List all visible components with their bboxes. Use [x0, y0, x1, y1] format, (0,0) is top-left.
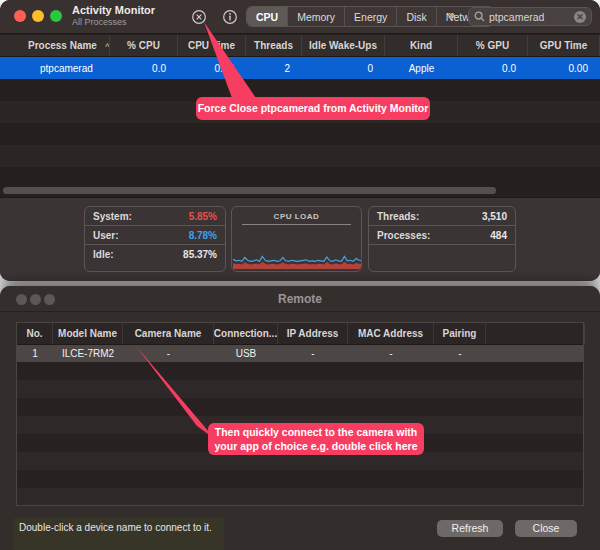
window-subtitle: All Processes — [72, 17, 155, 28]
cpu-load-graph-box: CPU LOAD — [231, 206, 362, 272]
cell-ip-address: - — [278, 345, 348, 362]
cpu-load-sparkline — [233, 247, 362, 269]
toolbar-overflow-chevron-icon[interactable]: » — [448, 7, 453, 22]
cpu-load-title: CPU LOAD — [232, 212, 361, 221]
system-value: 5.85% — [189, 211, 217, 222]
remote-titlebar: Remote — [0, 286, 600, 312]
cell-gpu: 0.0 — [458, 57, 528, 79]
column-header-camera-name[interactable]: Camera Name — [123, 323, 214, 344]
cell-cpu: 0.0 — [110, 57, 178, 79]
cell-mac-address: - — [348, 345, 434, 362]
cell-gpu-time: 0.00 — [528, 57, 600, 79]
window-title: Activity Monitor — [72, 4, 155, 17]
process-row-ptpcamerad[interactable]: ptpcamerad 0.0 0.08 2 0 Apple 0.0 0.00 — [0, 57, 600, 79]
cell-process-name: ptpcamerad — [0, 57, 110, 79]
column-header-idle-wake-ups[interactable]: Idle Wake-Ups — [302, 35, 385, 56]
callout-line2: your app of choice e.g. double click her… — [208, 439, 424, 453]
column-header-kind[interactable]: Kind — [385, 35, 458, 56]
idle-value: 85.37% — [183, 249, 217, 260]
threads-value: 3,510 — [482, 211, 507, 222]
idle-label: Idle: — [93, 249, 114, 260]
user-stat-row: User: 8.78% — [85, 226, 225, 245]
process-table-header: Process Name ˄ % CPU CPU Time Threads Id… — [0, 35, 600, 57]
view-segmented-control: CPU Memory Energy Disk Network — [246, 6, 494, 27]
column-label: Process Name — [28, 40, 97, 51]
processes-stat-row: Processes: 484 — [369, 226, 515, 245]
cpu-percent-box: System: 5.85% User: 8.78% Idle: 85.37% — [84, 206, 226, 272]
column-header-connection[interactable]: Connection... — [214, 323, 278, 344]
column-header-gpu[interactable]: % GPU — [458, 35, 528, 56]
user-label: User: — [93, 230, 119, 241]
column-header-no[interactable]: No. — [17, 323, 53, 344]
refresh-button[interactable]: Refresh — [437, 520, 503, 537]
minimize-window-button[interactable] — [32, 10, 44, 22]
column-header-ip-address[interactable]: IP Address — [278, 323, 348, 344]
horizontal-scrollbar-thumb[interactable] — [3, 187, 496, 194]
cell-camera-name: - — [123, 345, 214, 362]
close-button[interactable]: Close — [515, 520, 577, 537]
user-value: 8.78% — [189, 230, 217, 241]
tab-cpu[interactable]: CPU — [247, 7, 288, 26]
tab-disk[interactable]: Disk — [397, 7, 436, 26]
stop-x-icon — [191, 9, 207, 25]
info-icon — [222, 9, 238, 25]
hint-text: Double-click a device name to connect to… — [14, 518, 224, 550]
threads-label: Threads: — [377, 211, 419, 222]
device-row-ilce-7rm2[interactable]: 1 ILCE-7RM2 - USB - - - — [17, 345, 583, 362]
activity-monitor-toolbar: Activity Monitor All Processes CPU Memor… — [0, 0, 600, 34]
sort-ascending-icon: ˄ — [105, 41, 110, 50]
threads-processes-box: Threads: 3,510 Processes: 484 — [368, 206, 516, 272]
cell-model-name: ILCE-7RM2 — [53, 345, 123, 362]
close-window-button[interactable] — [14, 10, 26, 22]
processes-value: 484 — [490, 230, 507, 241]
activity-monitor-window: Activity Monitor All Processes CPU Memor… — [0, 0, 600, 281]
tab-energy[interactable]: Energy — [345, 7, 397, 26]
cell-cpu-time: 0.08 — [178, 57, 246, 79]
device-table-header: No. Model Name Camera Name Connection...… — [17, 323, 583, 345]
system-label: System: — [93, 211, 132, 222]
cell-no: 1 — [17, 345, 53, 362]
column-header-cpu[interactable]: % CPU — [110, 35, 178, 56]
column-header-pairing[interactable]: Pairing — [434, 323, 486, 344]
callout-force-close: Force Close ptpcamerad from Activity Mon… — [196, 97, 430, 120]
callout-connect-camera: Then quickly connect to the camera with … — [208, 423, 424, 455]
clear-search-button[interactable]: ✕ — [574, 11, 586, 23]
column-header-cpu-time[interactable]: CPU Time — [178, 35, 246, 56]
cpu-summary-footer: System: 5.85% User: 8.78% Idle: 85.37% C… — [0, 197, 600, 281]
column-header-model-name[interactable]: Model Name — [53, 323, 123, 344]
search-field[interactable]: ptpcamerad ✕ — [468, 7, 592, 26]
column-header-threads[interactable]: Threads — [246, 35, 302, 56]
cell-connection: USB — [214, 345, 278, 362]
remote-window-title: Remote — [0, 292, 600, 306]
window-title-block: Activity Monitor All Processes — [72, 4, 155, 28]
process-table-empty-rows — [0, 79, 600, 187]
column-header-spacer — [486, 323, 585, 344]
tab-memory[interactable]: Memory — [288, 7, 345, 26]
zoom-window-button[interactable] — [50, 10, 62, 22]
processes-label: Processes: — [377, 230, 430, 241]
cpu-load-rule — [242, 224, 351, 225]
idle-stat-row: Idle: 85.37% — [85, 245, 225, 264]
column-header-gpu-time[interactable]: GPU Time — [528, 35, 600, 56]
system-stat-row: System: 5.85% — [85, 207, 225, 226]
callout-line1: Then quickly connect to the camera with — [208, 425, 424, 439]
cell-pairing: - — [434, 345, 486, 362]
search-icon — [474, 11, 485, 22]
force-quit-process-button[interactable] — [190, 8, 207, 25]
remote-window: Remote No. Model Name Camera Name Connec… — [0, 286, 600, 550]
threads-stat-row: Threads: 3,510 — [369, 207, 515, 226]
column-header-process-name[interactable]: Process Name ˄ — [0, 35, 110, 56]
column-header-mac-address[interactable]: MAC Address — [348, 323, 434, 344]
cell-idle-wake-ups: 0 — [302, 57, 385, 79]
cell-kind: Apple — [385, 57, 458, 79]
cell-threads: 2 — [246, 57, 302, 79]
inspect-process-button[interactable] — [221, 8, 238, 25]
desktop: Activity Monitor All Processes CPU Memor… — [0, 0, 600, 550]
search-input[interactable]: ptpcamerad — [489, 11, 570, 23]
device-table: No. Model Name Camera Name Connection...… — [16, 322, 584, 506]
